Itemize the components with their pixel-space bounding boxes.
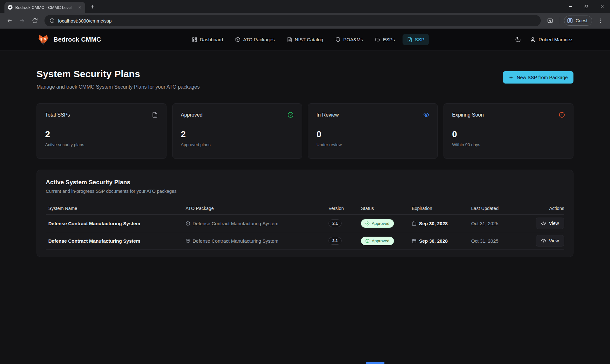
file-check-icon (407, 37, 412, 42)
browser-tab[interactable]: Bedrock CMMC - CMMC Level 2 (4, 2, 85, 13)
package-icon (235, 37, 241, 42)
profile-label: Guest (576, 18, 587, 23)
col-status: Status (361, 206, 412, 211)
status-label: Approved (372, 221, 390, 226)
window-close-button[interactable] (594, 0, 610, 13)
main-content: System Security Plans Manage and track C… (0, 51, 610, 257)
col-ato-package: ATO Package (186, 206, 329, 211)
stats-row: Total SSPs 2 Active security plans Appro… (37, 103, 573, 159)
fox-logo-icon (37, 34, 49, 45)
browser-menu-icon[interactable] (595, 15, 606, 26)
expiration-date: Sep 30, 2028 (419, 238, 448, 244)
stat-caption: Within 90 days (452, 142, 565, 147)
eye-icon (541, 238, 546, 243)
last-updated-cell: Oct 31, 2025 (471, 238, 532, 244)
file-text-icon (152, 112, 158, 118)
stat-card-approved: Approved 2 Approved plans (172, 103, 302, 159)
user-menu[interactable]: Robert Martinez (530, 37, 573, 43)
table-subtitle: Current and in-progress SSP documents fo… (46, 189, 564, 194)
nav-ssp[interactable]: SSP (403, 34, 429, 45)
window-minimize-button[interactable] (562, 0, 578, 13)
tab-close-icon[interactable] (77, 4, 83, 10)
side-search-icon[interactable] (545, 15, 556, 26)
status-badge: Approved (361, 237, 394, 245)
ato-package-name: Defense Contract Manufacturing System (193, 238, 278, 244)
view-button[interactable]: View (536, 218, 564, 229)
stat-card-total-ssps: Total SSPs 2 Active security plans (37, 103, 166, 159)
new-ssp-button-label: New SSP from Package (517, 75, 568, 80)
calendar-icon (412, 239, 417, 243)
nav-label: POA&Ms (343, 37, 363, 42)
ato-package-cell: Defense Contract Manufacturing System (186, 238, 329, 244)
eye-icon (423, 112, 429, 118)
url-bar[interactable]: localhost:3000/cmmc/ssp (44, 15, 541, 26)
col-version: Version (329, 206, 361, 211)
site-info-icon (50, 18, 55, 23)
nav-label: SSP (415, 37, 424, 42)
view-button-label: View (549, 238, 559, 243)
brand[interactable]: Bedrock CMMC (37, 34, 101, 45)
system-name: Defense Contract Manufacturing System (46, 221, 186, 226)
tab-favicon-icon (8, 5, 13, 10)
toolbar-divider (560, 17, 560, 24)
col-last-updated: Last Updated (471, 206, 532, 211)
taskbar-accent-bar (366, 362, 384, 364)
new-ssp-button[interactable]: New SSP from Package (503, 71, 573, 84)
col-expiration: Expiration (412, 206, 471, 211)
shield-icon (335, 37, 341, 42)
table-title: Active System Security Plans (46, 179, 564, 186)
nav-esps[interactable]: ESPs (370, 34, 399, 45)
back-icon[interactable] (4, 15, 15, 26)
moon-icon (515, 37, 521, 43)
status-badge: Approved (361, 219, 394, 228)
eye-icon (541, 221, 546, 226)
version-badge: 2.1 (329, 237, 342, 245)
expiration-cell: Sep 30, 2028 (412, 221, 471, 226)
col-system-name: System Name (46, 206, 186, 211)
ssp-table-card: Active System Security Plans Current and… (37, 170, 573, 257)
file-text-icon (287, 37, 292, 42)
nav-label: NIST Catalog (295, 37, 323, 42)
stat-value: 2 (45, 130, 158, 139)
stat-caption: Approved plans (181, 142, 294, 147)
dashboard-icon (192, 37, 197, 42)
theme-toggle-button[interactable] (515, 37, 521, 43)
stat-label: In Review (316, 112, 339, 118)
user-icon (530, 37, 536, 43)
expiration-cell: Sep 30, 2028 (412, 238, 471, 244)
forward-icon[interactable] (17, 15, 28, 26)
stat-value: 2 (181, 130, 294, 139)
reload-icon[interactable] (29, 15, 41, 26)
nav-label: ESPs (383, 37, 395, 42)
nav-ato-packages[interactable]: ATO Packages (231, 34, 279, 45)
cloud-icon (375, 37, 380, 42)
view-button[interactable]: View (536, 235, 564, 246)
browser-toolbar: localhost:3000/cmmc/ssp Guest (0, 13, 610, 29)
browser-profile-button[interactable]: Guest (564, 16, 592, 26)
nav-dashboard[interactable]: Dashboard (187, 34, 227, 45)
page-subtitle: Manage and track CMMC System Security Pl… (37, 84, 200, 90)
nav-label: Dashboard (200, 37, 223, 42)
table-header-row: System Name ATO Package Version Status E… (46, 202, 564, 215)
col-actions: Actions (549, 206, 564, 211)
new-tab-button[interactable] (88, 2, 97, 11)
stat-caption: Active security plans (45, 142, 158, 147)
nav-poams[interactable]: POA&Ms (331, 34, 367, 45)
check-circle-icon (288, 112, 294, 118)
stat-label: Expiring Soon (452, 112, 484, 118)
url-text: localhost:3000/cmmc/ssp (58, 18, 112, 24)
stat-value: 0 (316, 130, 429, 139)
main-nav: Dashboard ATO Packages NIST Catalog POA&… (187, 34, 429, 45)
alert-circle-icon (559, 112, 565, 118)
nav-nist-catalog[interactable]: NIST Catalog (282, 34, 328, 45)
calendar-icon (412, 221, 417, 226)
last-updated-cell: Oct 31, 2025 (471, 221, 532, 226)
window-restore-button[interactable] (578, 0, 594, 13)
stat-caption: Under review (316, 142, 429, 147)
nav-label: ATO Packages (243, 37, 275, 42)
system-name: Defense Contract Manufacturing System (46, 238, 186, 244)
expiration-date: Sep 30, 2028 (419, 221, 448, 226)
status-label: Approved (372, 239, 390, 243)
guest-avatar-icon (567, 17, 573, 24)
ato-package-name: Defense Contract Manufacturing System (193, 221, 278, 226)
